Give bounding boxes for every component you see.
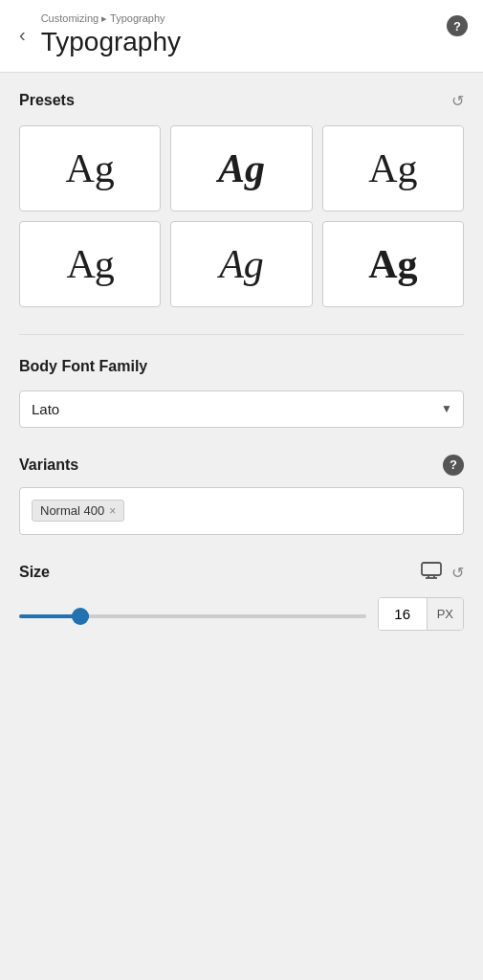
preset-text-6: Ag	[368, 241, 417, 287]
font-family-dropdown-wrapper: Lato Arial Georgia Roboto Open Sans ▼	[19, 390, 464, 428]
breadcrumb: Customizing ▸ Typography	[41, 11, 181, 26]
page-title: Typography	[41, 26, 181, 58]
preset-text-2: Ag	[218, 145, 265, 191]
body-font-section: Body Font Family Lato Arial Georgia Robo…	[19, 358, 464, 428]
presets-section: Presets ↺ Ag Ag Ag Ag Ag Ag	[19, 92, 464, 307]
variants-input-box[interactable]: Normal 400 ×	[19, 487, 464, 535]
variants-section: Variants ? Normal 400 ×	[19, 455, 464, 535]
preset-card-2[interactable]: Ag	[170, 125, 312, 212]
header: ‹ Customizing ▸ Typography Typography ?	[0, 0, 483, 73]
variants-help-icon[interactable]: ?	[443, 455, 464, 476]
body-font-label: Body Font Family	[19, 358, 147, 375]
preset-card-6[interactable]: Ag	[322, 221, 464, 307]
preset-card-1[interactable]: Ag	[19, 125, 161, 212]
size-unit-label: PX	[427, 598, 463, 630]
size-range-wrapper	[19, 606, 366, 621]
divider-1	[19, 334, 464, 335]
presets-header: Presets ↺	[19, 92, 464, 110]
font-family-dropdown[interactable]: Lato Arial Georgia Roboto Open Sans	[19, 390, 464, 428]
variants-header: Variants ?	[19, 455, 464, 476]
variant-tag-normal400: Normal 400 ×	[32, 500, 124, 522]
size-header: Size ↺	[19, 562, 464, 584]
presets-reset-icon[interactable]: ↺	[451, 92, 464, 110]
content: Presets ↺ Ag Ag Ag Ag Ag Ag	[0, 73, 483, 659]
help-icon[interactable]: ?	[447, 15, 468, 36]
presets-grid: Ag Ag Ag Ag Ag Ag	[19, 125, 464, 307]
size-label: Size	[19, 564, 50, 581]
svg-rect-0	[422, 563, 441, 575]
presets-label: Presets	[19, 92, 75, 109]
header-text: Customizing ▸ Typography Typography	[41, 11, 181, 58]
preset-text-1: Ag	[65, 145, 114, 191]
size-section: Size ↺ PX	[19, 562, 464, 631]
variant-tag-text: Normal 400	[40, 503, 104, 518]
size-value-input[interactable]	[379, 598, 427, 630]
monitor-icon[interactable]	[421, 562, 442, 584]
variant-remove-button[interactable]: ×	[109, 504, 116, 518]
variants-label: Variants	[19, 457, 78, 474]
preset-text-4: Ag	[66, 241, 113, 287]
preset-text-3: Ag	[368, 145, 417, 191]
preset-card-3[interactable]: Ag	[322, 125, 464, 212]
size-icons: ↺	[421, 562, 464, 584]
body-font-header: Body Font Family	[19, 358, 464, 375]
preset-text-5: Ag	[219, 241, 264, 287]
preset-card-5[interactable]: Ag	[170, 221, 312, 307]
size-controls: PX	[19, 597, 464, 631]
size-range-input[interactable]	[19, 614, 366, 618]
preset-card-4[interactable]: Ag	[19, 221, 161, 307]
size-value-box: PX	[378, 597, 464, 631]
back-button[interactable]: ‹	[15, 21, 30, 48]
size-reset-icon[interactable]: ↺	[451, 564, 464, 582]
